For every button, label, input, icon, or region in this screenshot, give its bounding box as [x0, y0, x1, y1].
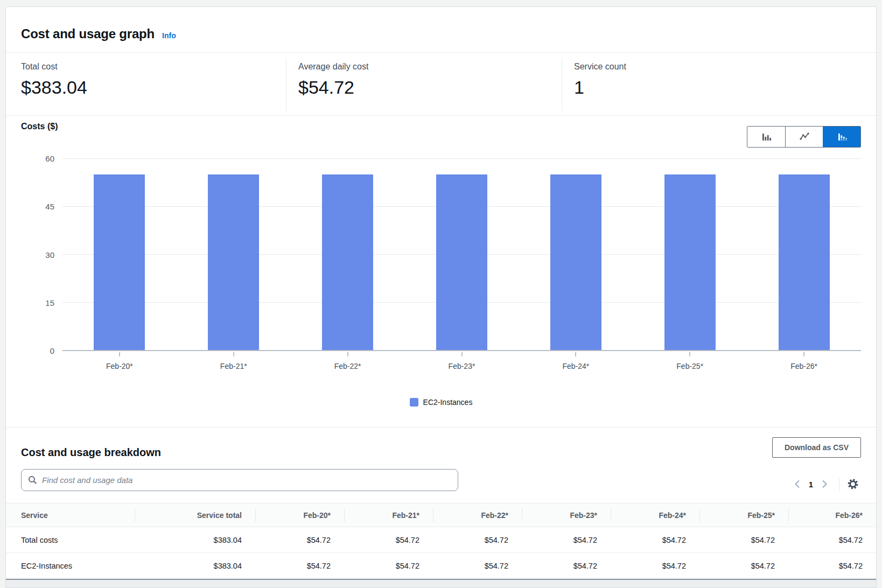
- x-axis-tick-feb-23: [461, 352, 463, 356]
- x-axis-tick-feb-24: [575, 352, 576, 356]
- card-footer-strip: [6, 580, 876, 587]
- x-axis-tick-feb-20: [119, 352, 120, 356]
- bar-feb-21[interactable]: [208, 174, 259, 350]
- search-box: [21, 469, 458, 491]
- cost-and-usage-card: Cost and usage graph Info Total cost $38…: [5, 6, 877, 588]
- row-label-ec2-instances: EC2-Instances: [6, 553, 135, 579]
- breakdown-title: Cost and usage breakdown: [21, 446, 161, 459]
- table-pagination: 1: [790, 474, 861, 494]
- bar-feb-22[interactable]: [322, 174, 373, 350]
- stat-value: $54.72: [298, 77, 368, 98]
- x-axis-tick-feb-25: [689, 352, 690, 356]
- table-cell: $383.04: [135, 553, 255, 579]
- table-cell: $54.72: [788, 527, 876, 553]
- y-axis-label-30: 30: [22, 250, 54, 259]
- column-header-feb-24: Feb-24*: [611, 503, 699, 527]
- stat-label: Total cost: [21, 62, 87, 72]
- stat-value: 1: [574, 77, 626, 98]
- x-axis-tick-feb-22: [347, 352, 348, 356]
- bar-chart-toggle-button[interactable]: [747, 127, 785, 147]
- x-axis-label-feb-20: Feb-20*: [62, 362, 177, 370]
- bar-feb-23[interactable]: [436, 174, 487, 350]
- line-chart-toggle-button[interactable]: [785, 127, 823, 147]
- grouped-bar-chart-toggle-button[interactable]: [823, 127, 860, 147]
- table-cell: $383.04: [135, 527, 255, 553]
- chevron-left-icon: [794, 479, 801, 489]
- table-cell: $54.72: [699, 553, 788, 579]
- stat-label: Average daily cost: [298, 62, 368, 72]
- column-header-feb-21: Feb-21*: [344, 503, 433, 527]
- x-axis-label-feb-26: Feb-26*: [747, 362, 861, 370]
- column-header-service-total: Service total: [135, 503, 255, 527]
- download-as-csv-button[interactable]: Download as CSV: [772, 437, 861, 458]
- x-axis-label-feb-21: Feb-21*: [177, 362, 291, 370]
- chart-legend: EC2-Instances: [21, 398, 861, 409]
- column-header-feb-22: Feb-22*: [433, 503, 522, 527]
- search-icon: [28, 475, 37, 485]
- y-axis-label-15: 15: [22, 298, 54, 307]
- bar-feb-20[interactable]: [94, 174, 145, 350]
- x-axis-label-feb-22: Feb-22*: [291, 362, 405, 370]
- legend-swatch-ec2-instances: [410, 398, 418, 407]
- table-cell: $54.72: [611, 527, 699, 553]
- x-axis-line: [62, 350, 861, 351]
- gear-icon: [847, 478, 859, 490]
- bar-feb-25[interactable]: [664, 174, 716, 350]
- bar-chart-icon: [761, 131, 772, 142]
- table-cell: $54.72: [344, 553, 433, 579]
- column-header-feb-20: Feb-20*: [255, 503, 344, 527]
- table-preferences-button[interactable]: [845, 476, 861, 492]
- chart-type-toggle-group: [747, 126, 861, 148]
- x-axis-tick-feb-21: [233, 352, 234, 356]
- y-axis-label-0: 0: [22, 346, 54, 355]
- breakdown-table: ServiceService totalFeb-20*Feb-21*Feb-22…: [6, 503, 876, 579]
- line-chart-icon: [799, 131, 810, 142]
- table-cell: $54.72: [255, 553, 344, 579]
- chart-plot: 015304560Feb-20*Feb-21*Feb-22*Feb-23*Feb…: [62, 158, 861, 351]
- stat-value: $383.04: [21, 77, 87, 98]
- table-cell: $54.72: [522, 553, 611, 579]
- x-axis-label-feb-23: Feb-23*: [405, 362, 519, 370]
- current-page-number[interactable]: 1: [804, 480, 817, 489]
- stat-average-daily-cost: Average daily cost $54.72: [298, 62, 368, 98]
- x-axis-label-feb-24: Feb-24*: [519, 362, 633, 370]
- stats-bottom-divider: [6, 115, 876, 116]
- table-cell: $54.72: [433, 553, 522, 579]
- column-header-feb-25: Feb-25*: [699, 503, 788, 527]
- stat-total-cost: Total cost $383.04: [21, 62, 87, 98]
- bar-feb-26[interactable]: [779, 174, 830, 350]
- column-header-service: Service: [6, 503, 135, 527]
- stat-label: Service count: [574, 62, 626, 72]
- stats-divider: [286, 59, 286, 111]
- legend-label[interactable]: EC2-Instances: [423, 398, 473, 407]
- card-titlebar: Cost and usage graph Info: [21, 26, 176, 41]
- table-cell: $54.72: [433, 527, 522, 553]
- next-page-button[interactable]: [817, 477, 831, 491]
- info-link[interactable]: Info: [162, 31, 176, 40]
- y-axis-label-45: 45: [22, 202, 54, 211]
- chart-bottom-divider: [6, 427, 876, 428]
- chart-axis-title: Costs ($): [21, 122, 58, 131]
- bar-feb-24[interactable]: [550, 174, 601, 350]
- grouped-bar-chart-icon: [837, 131, 848, 142]
- gridline-60: [62, 158, 861, 159]
- y-axis-label-60: 60: [22, 154, 54, 163]
- table-cell: $54.72: [699, 527, 788, 553]
- stats-divider: [562, 59, 562, 111]
- column-header-feb-23: Feb-23*: [522, 503, 611, 527]
- title-divider: [6, 52, 876, 53]
- table-cell: $54.72: [255, 527, 344, 553]
- row-label-total-costs: Total costs: [6, 527, 135, 553]
- table-cell: $54.72: [344, 527, 433, 553]
- table-cell: $54.72: [611, 553, 699, 579]
- page-title: Cost and usage graph: [21, 26, 155, 41]
- table-cell: $54.72: [522, 527, 611, 553]
- stat-service-count: Service count 1: [574, 62, 626, 98]
- x-axis-tick-feb-26: [803, 352, 804, 356]
- previous-page-button[interactable]: [790, 477, 804, 491]
- column-header-feb-26: Feb-26*: [788, 503, 876, 527]
- x-axis-label-feb-25: Feb-25*: [633, 362, 747, 370]
- search-input[interactable]: [42, 475, 451, 485]
- table-cell: $54.72: [788, 553, 876, 579]
- chevron-right-icon: [821, 479, 828, 489]
